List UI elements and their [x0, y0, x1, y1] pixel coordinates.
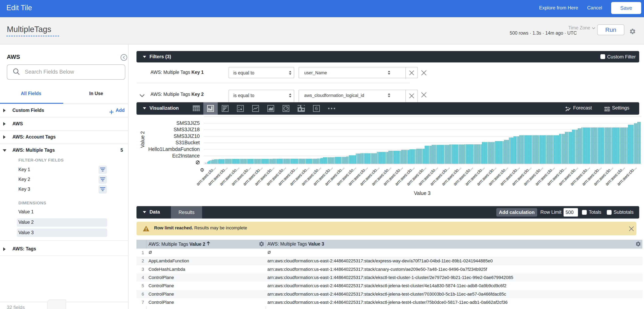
- svg-text:Value 3: Value 3: [414, 190, 431, 196]
- svg-text:6: 6: [315, 106, 318, 111]
- svg-text:Hello1LambdaFunction: Hello1LambdaFunction: [148, 146, 200, 152]
- svg-text:S31Bucket: S31Bucket: [176, 140, 200, 145]
- svg-text:Value 2: Value 2: [140, 131, 145, 148]
- svg-text:SMS3JIZ10: SMS3JIZ10: [174, 133, 200, 139]
- svg-text:SMS3JIZ5: SMS3JIZ5: [176, 120, 200, 126]
- svg-text:Ec2Instance: Ec2Instance: [172, 153, 200, 158]
- svg-text:SMS3JIZ18: SMS3JIZ18: [174, 127, 200, 132]
